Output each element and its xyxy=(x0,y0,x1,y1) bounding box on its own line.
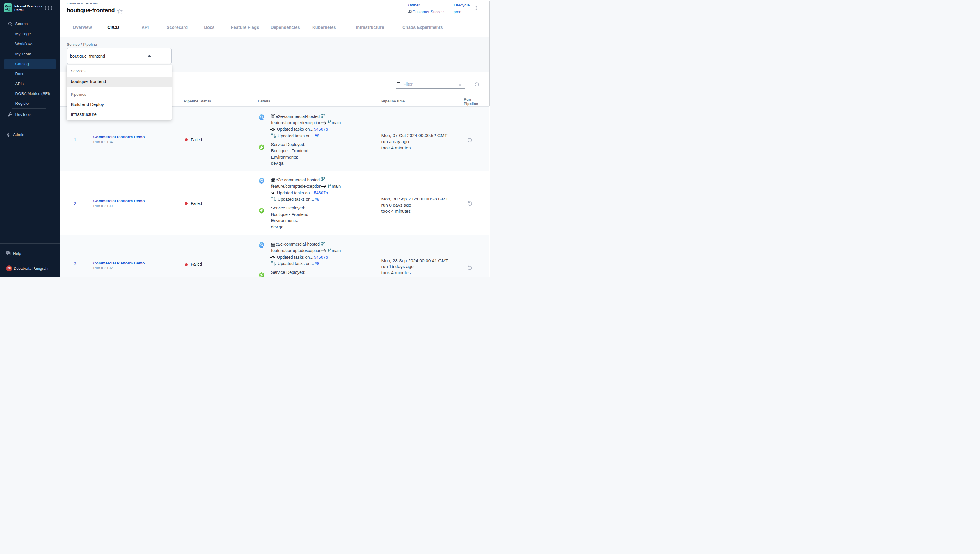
svg-text:?: ? xyxy=(7,252,8,254)
